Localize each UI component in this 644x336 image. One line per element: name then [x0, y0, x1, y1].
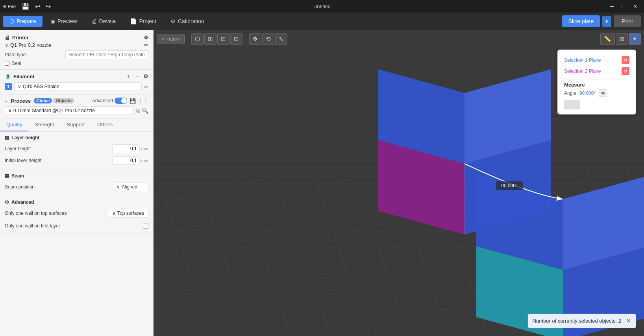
orient-button[interactable]: ✦ — [629, 33, 641, 45]
scale-button[interactable]: ⤡ — [275, 33, 287, 45]
selection2-row: Selection 2 Plane ↺ — [564, 66, 629, 77]
only-one-wall-first-checkbox[interactable] — [143, 223, 148, 229]
advanced-group: ⚙ Advanced Only one wall on top surfaces… — [0, 196, 153, 234]
filament-item: 1 ∨ QIDI ABS Rapido ✏ — [5, 82, 148, 91]
printer-title: Printer — [12, 35, 29, 41]
ruler-button[interactable]: 📏 — [600, 33, 615, 45]
tab-others[interactable]: Others — [91, 118, 119, 131]
only-one-wall-top-row: Only one wall on top surfaces ∨ Top surf… — [5, 207, 148, 219]
angle-copy-button[interactable]: ⧉ — [599, 89, 607, 97]
tab-device[interactable]: 🖨 Device — [85, 16, 122, 27]
measure-panel: Selection 1 Plane ↺ Selection 2 Plane ↺ … — [557, 50, 636, 114]
slice-dropdown-button[interactable]: ▾ — [602, 16, 611, 27]
device-label: Device — [99, 18, 116, 24]
printer-settings-icon[interactable]: ⚙ — [144, 35, 148, 41]
objects-tag[interactable]: Objects — [53, 98, 74, 103]
seam-group-title: ▤ Seam — [5, 173, 148, 179]
tab-quality[interactable]: Quality — [0, 118, 28, 131]
preset-select[interactable]: ∨ 0.10mm Standard @Q1 Pro 0.2 nozzle — [5, 106, 134, 115]
initial-layer-height-input[interactable] — [112, 156, 140, 165]
chevron-down-icon: ∨ — [5, 42, 9, 48]
layer-height-unit: mm — [141, 146, 148, 151]
viewport: 90.000° ↩ return ⬡ ⊞ ⊡ ⊟ ✥ ⟲ ⤡ — [154, 30, 644, 336]
toggle-knob — [121, 98, 127, 103]
global-tag[interactable]: Global — [34, 98, 52, 103]
plate-type-value[interactable]: Smooth PEI Plate / High Temp Plate — [65, 50, 148, 59]
seam-position-select[interactable]: ∨ Aligned — [113, 183, 148, 191]
selection2-reset-button[interactable]: ↺ — [622, 67, 629, 75]
close-button[interactable]: ✕ — [630, 2, 641, 10]
viewport-toolbar: ↩ return ⬡ ⊞ ⊡ ⊟ ✥ ⟲ ⤡ 📏 ⊞ ✦ — [157, 33, 641, 45]
title-bar-left: ≡ File 💾 ↩ ↪ — [3, 2, 53, 11]
process-more-icon[interactable]: ⋮⋮ — [138, 98, 148, 104]
filament-spool-icon: 🧵 — [5, 74, 11, 79]
seal-row: Seal — [5, 61, 148, 66]
layer-height-row: Layer height mm — [5, 143, 148, 155]
toolbar-separator-2 — [246, 33, 246, 44]
3d-view-button[interactable]: ⬡ — [191, 33, 204, 45]
main-layout: 🖨 Printer ⚙ ∨ Q1 Pro 0.2 nozzle ✏ Plate … — [0, 30, 644, 336]
prepare-icon: ⬡ — [9, 18, 14, 24]
maximize-button[interactable]: □ — [619, 2, 628, 10]
preset-search-button[interactable]: 🔍 — [142, 107, 148, 114]
move-button[interactable]: ✥ — [249, 33, 261, 45]
selection2-label: Selection 2 Plane — [564, 68, 601, 74]
minimize-button[interactable]: ─ — [607, 2, 617, 10]
tab-prepare[interactable]: ⬡ Prepare — [3, 16, 43, 27]
filament-settings-icon[interactable]: ⚙ — [143, 73, 148, 79]
print-button[interactable]: Print — [614, 15, 641, 27]
top-surfaces-select[interactable]: ∨ Top surfaces — [108, 209, 148, 218]
project-icon: 📄 — [130, 18, 137, 24]
tab-strength[interactable]: Strength — [28, 118, 60, 131]
printer-name-row: ∨ Q1 Pro 0.2 nozzle ✏ — [5, 42, 148, 48]
printer-icon: 🖨 — [5, 35, 10, 41]
advanced-toggle-switch[interactable] — [115, 98, 127, 104]
filament-number: 1 — [5, 83, 12, 90]
return-label: return — [167, 36, 180, 42]
grid-view-button[interactable]: ⊞ — [204, 33, 217, 45]
slice-view-button[interactable]: ⊟ — [230, 33, 242, 45]
tab-project[interactable]: 📄 Project — [124, 16, 163, 27]
status-close-button[interactable]: ✕ — [626, 317, 631, 325]
undo-button[interactable]: ↩ — [33, 2, 43, 11]
only-one-wall-top-label: Only one wall on top surfaces — [5, 210, 67, 216]
seam-group: ▤ Seam Seam position ∨ Aligned — [0, 170, 153, 196]
chevron-down-icon: ∨ — [8, 108, 12, 113]
layer-height-input[interactable] — [112, 144, 140, 153]
status-bar: Number of currently selected objects: 2 … — [527, 314, 636, 328]
save-button[interactable]: 💾 — [19, 2, 32, 11]
printer-edit-icon[interactable]: ✏ — [144, 42, 148, 48]
calibration-label: Calibration — [178, 18, 204, 24]
layer-height-group-title: ▤ Layer height — [5, 135, 148, 140]
preset-copy-button[interactable]: ⧉ — [136, 107, 140, 114]
left-panel: 🖨 Printer ⚙ ∨ Q1 Pro 0.2 nozzle ✏ Plate … — [0, 30, 154, 336]
add-filament-button[interactable]: + — [125, 73, 131, 80]
slice-plate-button[interactable]: Slice plate — [562, 15, 600, 27]
advanced-toggle-row: Advanced — [92, 98, 127, 104]
process-header: ≡ Process Global Objects Advanced 💾 — [5, 98, 148, 104]
tab-calibration[interactable]: ⚙ Calibration — [164, 16, 211, 27]
seam-position-label: Seam position — [5, 184, 35, 190]
tab-support[interactable]: Support — [61, 118, 91, 131]
svg-text:90.000°: 90.000° — [501, 183, 518, 188]
file-label[interactable]: File — [8, 4, 16, 9]
return-icon: ↩ — [162, 36, 166, 42]
redo-button[interactable]: ↪ — [43, 2, 53, 11]
rotate-button[interactable]: ⟲ — [262, 33, 274, 45]
process-section: ≡ Process Global Objects Advanced 💾 — [0, 94, 153, 118]
tray-button[interactable]: ⊞ — [616, 33, 628, 45]
remove-filament-button[interactable]: − — [134, 73, 141, 80]
preview-label: Preview — [57, 18, 77, 24]
return-button[interactable]: ↩ return — [157, 34, 185, 44]
file-menu[interactable]: ≡ File — [3, 4, 16, 9]
auto-view-button[interactable]: ⊡ — [217, 33, 229, 45]
filament-edit-icon[interactable]: ✏ — [144, 84, 148, 90]
layer-height-label: Layer height — [5, 146, 31, 151]
app-title: Untitled — [313, 4, 331, 9]
seam-position-row: Seam position ∨ Aligned — [5, 181, 148, 193]
process-save-icon[interactable]: 💾 — [130, 98, 136, 104]
device-icon: 🖨 — [91, 18, 97, 24]
selection1-reset-button[interactable]: ↺ — [622, 56, 629, 64]
tab-preview[interactable]: ◉ Preview — [44, 16, 83, 27]
seal-checkbox[interactable] — [5, 61, 9, 66]
